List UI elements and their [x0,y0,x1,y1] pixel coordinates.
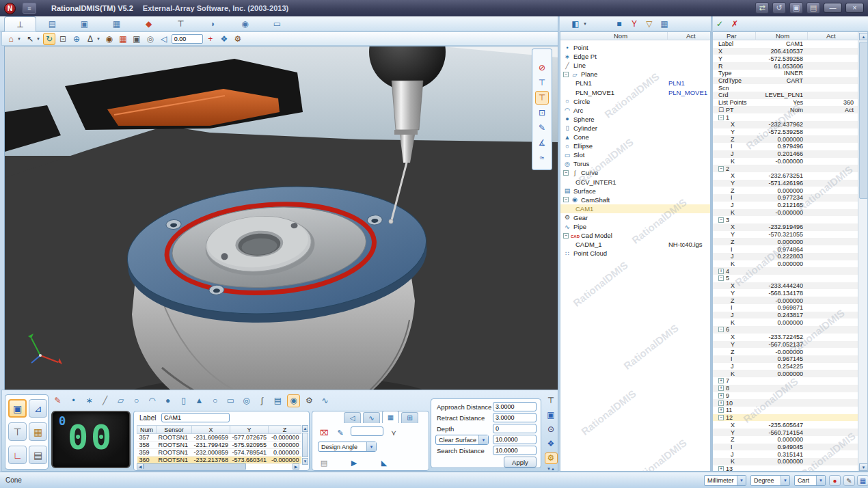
prop-row-crd[interactable]: CrdLEVEL_PLN1 [713,92,858,99]
magnify-button[interactable]: ⊙ [545,423,558,435]
chevron-down-icon[interactable]: ▼ [583,22,587,26]
expand-toggle-icon[interactable]: − [563,170,569,176]
tree-item-cam1[interactable]: CAM1 [560,204,710,213]
point-group-row-8[interactable]: +8 [713,385,858,392]
point-group-row-6[interactable]: −6 [713,326,858,334]
table-scroll-right[interactable]: ▶ [293,463,299,470]
point-group-row-12[interactable]: −12 [713,414,858,422]
prop-row-i[interactable]: I0.969871 [713,304,858,312]
arc-feature-button[interactable]: ◠ [146,394,159,407]
prop-row-x[interactable]: X-232.437962 [713,121,858,128]
param-input-depth[interactable] [493,424,537,433]
prop-row-k[interactable]: K0.000000 [713,458,858,465]
table-scroll-left[interactable]: ◀ [137,463,144,470]
prop-row-x[interactable]: X-233.444240 [713,282,858,290]
render-layers-button[interactable]: ▦ [117,33,129,45]
expand-toggle-icon[interactable]: − [563,233,569,239]
chevron-down-icon[interactable]: ▼ [737,476,746,485]
probe-move-button[interactable]: ❖ [218,33,230,45]
tree-item-ellipse[interactable]: ○Ellipse [560,141,710,150]
prop-row-y[interactable]: Y-570.321055 [713,231,858,239]
prop-row-list-points[interactable]: List PointsYes360 [713,99,858,107]
props-scroll-thumb[interactable] [859,42,868,199]
tree-item-cylinder[interactable]: ▯Cylinder [560,124,710,133]
expand-toggle-icon[interactable]: − [563,197,569,202]
security-button[interactable]: ▤ [806,2,820,14]
probe-angle-button[interactable]: ∡ [535,136,549,150]
probe-tab-button[interactable]: ⊞ [401,412,418,423]
chevron-down-icon[interactable]: ▼ [781,476,789,485]
probe-blue-button[interactable]: ⊤ [535,76,549,90]
transform-button[interactable]: ↺ [772,2,786,14]
select-cursor-button[interactable]: ↖ [24,33,36,45]
chevron-down-icon[interactable]: ▼ [366,442,376,451]
ribbon-tab-layout[interactable]: ▣ [68,16,100,31]
tree-item-camshaft[interactable]: −◉CamShaft [560,195,710,204]
tree-item-arc[interactable]: ◠Arc [560,106,710,115]
expand-toggle-icon[interactable]: − [563,72,569,77]
unit-dropdown-degree[interactable]: Degree▼ [750,475,790,486]
ribbon-tab-comment[interactable]: ◗ [197,16,229,31]
point-group-row-1[interactable]: −1 [713,113,858,121]
tree-item-point-cloud[interactable]: ∷Point Cloud [560,249,710,258]
snapshot-button[interactable]: ▣ [131,33,143,45]
record-status-button[interactable]: ● [829,475,841,486]
windows-button[interactable]: ▣ [789,2,803,14]
confirm-button[interactable]: ✓ [714,18,726,30]
probe-points-button[interactable]: ⊡ [535,106,549,120]
zoom-window-button[interactable]: ⊡ [57,33,69,45]
clear-surface-dropdown[interactable]: Clear Surface▼ [435,435,489,445]
table-scroll-up[interactable]: ▲ [302,425,308,432]
table-scrollbar-vertical[interactable] [302,433,308,457]
tree-item-cad-model[interactable]: −CADCad Model [560,231,710,240]
table-scroll-down[interactable]: ▼ [302,458,308,465]
cube-click-button[interactable]: ❖ [545,438,558,450]
prop-row-crdtype[interactable]: CrdTypeCART [713,77,858,85]
point-group-row-2[interactable]: −2 [713,165,858,172]
pipe-feature-button[interactable]: ∿ [318,394,331,407]
feature-cube-button[interactable]: ■ [613,18,625,30]
prop-row-z[interactable]: Z-0.000000 [713,348,858,355]
crosshair-button[interactable]: + [204,33,217,45]
prop-row-z[interactable]: Z0.000000 [713,135,858,143]
ribbon-tab-appearance[interactable]: ◆ [133,16,165,31]
sound-button[interactable]: ◁ [158,33,170,45]
param-input-approach-distance[interactable] [493,402,537,411]
props-scroll-down[interactable]: ▼ [859,463,868,471]
pt-header-row[interactable]: ☐PTNomAct [713,106,858,113]
ellipse-feature-button[interactable]: ○ [208,394,221,407]
probe-mode-button[interactable]: ⊤ [8,422,27,441]
torus-feature-button[interactable]: ◎ [240,394,253,407]
table-col-num[interactable]: Num [137,426,157,434]
cage-mode-button[interactable]: ▦ [29,422,47,441]
link-button[interactable]: ⇄ [755,2,769,14]
point-group-row-4[interactable]: +4 [713,267,858,275]
feature-cube-menu-button[interactable]: ◧ [569,18,582,30]
record-macro-button[interactable]: ◎ [144,33,157,45]
edit-points-button[interactable]: ✎ [334,426,347,439]
prop-row-k[interactable]: K-0.000000 [713,209,858,217]
point-group-row-9[interactable]: +9 [713,392,858,400]
expand-toggle-icon[interactable]: − [718,275,724,281]
probe-dark-button[interactable]: ⊤ [545,394,558,406]
prop-row-y[interactable]: Y-560.714154 [713,429,858,436]
expand-toggle-icon[interactable]: + [718,407,724,413]
strip-scroll-arrows[interactable]: ▼▲ [547,467,555,471]
tree-item-surface[interactable]: ▤Surface [560,187,710,195]
prop-row-x[interactable]: X-233.722452 [713,334,858,341]
design-angle-dropdown[interactable]: Design Angle ▼ [318,442,377,452]
prop-row-j[interactable]: J0.315141 [713,450,858,458]
view-options-button[interactable]: ◉ [103,33,116,45]
probe-tilt-button[interactable]: ◣ [378,457,390,469]
prop-row-scn[interactable]: Scn [713,84,858,92]
expand-toggle-icon[interactable]: − [718,115,724,120]
tree-item-sphere[interactable]: ●Sphere [560,115,710,124]
probe-edit-button[interactable]: ✎ [535,121,549,135]
param-input-search-distance[interactable] [493,446,537,455]
ribbon-tab-output[interactable]: ▦ [100,16,133,31]
machine-mode-button[interactable]: ▤ [29,446,47,464]
curve-feature-button[interactable]: ∫ [256,394,269,407]
pt-checkbox-icon[interactable]: ☐ [718,107,724,113]
probe-play-button[interactable]: ▶ [348,457,360,469]
prop-row-j[interactable]: J0.212165 [713,202,858,209]
